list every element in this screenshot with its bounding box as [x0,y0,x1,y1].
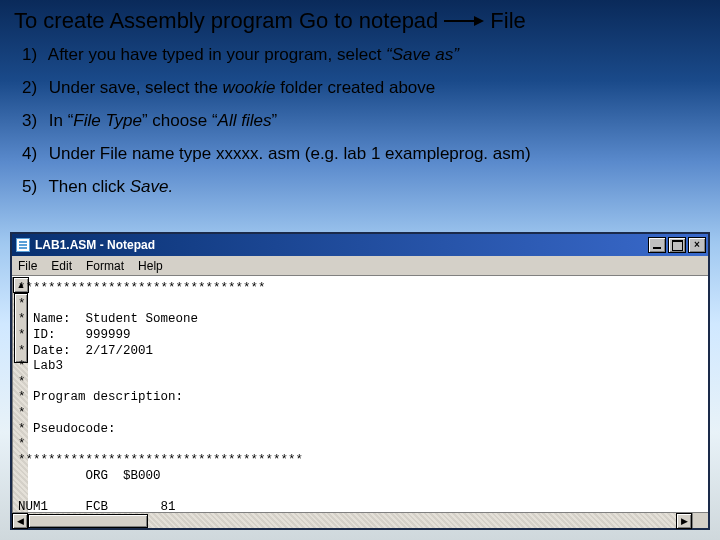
scroll-left-button[interactable]: ◀ [12,513,28,529]
step-text: After you have typed in your program, se… [48,45,386,64]
step-number: 1) [22,44,44,67]
step-item: 3) In “File Type” choose “All files” [22,110,706,133]
step-number: 5) [22,176,44,199]
window-buttons: × [648,237,706,253]
menu-file[interactable]: File [18,259,37,273]
step-text-mid: ” choose “ [142,111,218,130]
minimize-button[interactable] [648,237,666,253]
notepad-title-text: LAB1.ASM - Notepad [35,238,155,252]
step-text: Then click [48,177,129,196]
notepad-inner: ********************************* * * Na… [12,277,692,512]
step-item: 4) Under File name type xxxxx. asm (e.g.… [22,143,706,166]
horizontal-scrollbar[interactable]: ◀ ▶ [12,512,692,528]
notepad-menubar: File Edit Format Help [12,256,708,276]
scroll-track-horizontal[interactable] [28,513,676,528]
step-text: Under save, select the [49,78,223,97]
notepad-titlebar[interactable]: LAB1.ASM - Notepad × [12,234,708,256]
maximize-button[interactable] [668,237,686,253]
step-emphasis: “Save as” [386,45,459,64]
step-number: 3) [22,110,44,133]
step-item: 1) After you have typed in your program,… [22,44,706,67]
arrow-right-icon [444,14,484,28]
scroll-corner [692,512,708,528]
menu-edit[interactable]: Edit [51,259,72,273]
slide-body: To create Assembly program Go to notepad… [0,0,720,199]
steps-list: 1) After you have typed in your program,… [14,44,706,199]
close-button[interactable]: × [688,237,706,253]
step-item: 2) Under save, select the wookie folder … [22,77,706,100]
slide-title-left: To create Assembly program Go to notepad [14,8,438,34]
menu-format[interactable]: Format [86,259,124,273]
slide-title-row: To create Assembly program Go to notepad… [14,8,706,34]
notepad-client-area: ********************************* * * Na… [12,276,708,528]
step-emphasis: wookie [223,78,276,97]
step-text-post: ” [271,111,277,130]
notepad-title-left: LAB1.ASM - Notepad [16,238,155,252]
notepad-text-content[interactable]: ********************************* * * Na… [12,277,692,512]
step-number: 4) [22,143,44,166]
step-item: 5) Then click Save. [22,176,706,199]
slide-title-right: File [490,8,525,34]
step-text-post: folder created above [276,78,436,97]
step-text: In “ [49,111,74,130]
scroll-right-button[interactable]: ▶ [676,513,692,529]
svg-marker-1 [474,16,484,26]
step-emphasis-2: All files [218,111,272,130]
step-number: 2) [22,77,44,100]
step-text: Under File name type xxxxx. asm (e.g. la… [49,144,531,163]
notepad-app-icon [16,238,30,252]
notepad-window: LAB1.ASM - Notepad × File Edit Format He… [10,232,710,530]
scroll-thumb-horizontal[interactable] [28,514,148,528]
step-emphasis: Save. [130,177,173,196]
step-emphasis: File Type [73,111,142,130]
menu-help[interactable]: Help [138,259,163,273]
